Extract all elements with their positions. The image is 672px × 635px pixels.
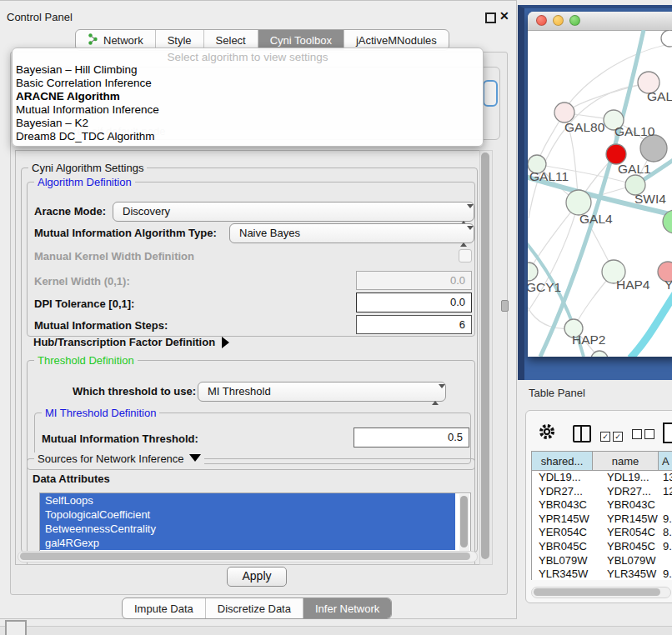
tab-impute-data-label: Impute Data — [134, 602, 193, 615]
threshold-definition-title: Threshold Definition — [34, 354, 138, 367]
combo-arrows-icon — [460, 228, 467, 246]
table-row[interactable]: YBR043CYBR043C — [532, 498, 672, 512]
data-attributes-list: SelfLoops TopologicalCoefficient Between… — [39, 492, 471, 559]
network-window-titlebar[interactable] — [528, 12, 672, 31]
select-all-icon[interactable]: ✓✓ — [600, 428, 625, 442]
splitter-handle[interactable] — [501, 300, 509, 312]
node-gray[interactable] — [640, 135, 667, 162]
tab-cyni-toolbox-label: Cyni Toolbox — [270, 34, 332, 47]
mi-threshold-field[interactable]: 0.5 — [354, 428, 469, 448]
hub-definition-expander[interactable]: Hub/Transcription Factor Definition — [33, 336, 229, 348]
mi-steps-field[interactable]: 6 — [356, 315, 472, 334]
mi-threshold-value: 0.5 — [448, 431, 463, 443]
apply-button[interactable]: Apply — [227, 567, 287, 587]
menu-item-selected[interactable]: ARACNE Algorithm — [13, 90, 483, 103]
dpi-tolerance-label: DPI Tolerance [0,1]: — [34, 298, 134, 310]
aracne-mode-value: Discovery — [123, 205, 170, 218]
node-label: GCY1 — [528, 280, 561, 294]
network-window: GAL GAL80 GAL10 GAL1 GAL11 SWI4 GAL4 GCY… — [528, 12, 672, 357]
close-icon[interactable]: ✕ — [499, 9, 509, 22]
network-view-frame: GAL GAL80 GAL10 GAL1 GAL11 SWI4 GAL4 GCY… — [518, 5, 672, 380]
table-rows: YDL19...YDL19...13 YDR27...YDR27...12 YB… — [531, 471, 672, 580]
settings-hscrollbar[interactable] — [18, 551, 478, 562]
kernel-width-field[interactable]: 0.0 — [356, 271, 472, 290]
table-row[interactable]: YDR27...YDR27...12 — [532, 485, 672, 499]
node-label: GAL4 — [579, 212, 613, 226]
manual-kernel-checkbox[interactable] — [459, 249, 472, 262]
settings-scrollpane: Cyni Algorithm Settings Algorithm Defini… — [15, 150, 480, 565]
menu-item[interactable]: Mutual Information Inference — [13, 103, 483, 117]
tab-select-label: Select — [216, 34, 246, 47]
minimize-traffic-light[interactable] — [553, 15, 564, 26]
table-row[interactable]: YER054CYER054C8. — [532, 526, 672, 540]
tab-discretize-data[interactable]: Discretize Data — [206, 598, 303, 618]
hub-definition-label: Hub/Transcription Factor Definition — [33, 336, 215, 348]
tab-discretize-data-label: Discretize Data — [218, 602, 291, 615]
menu-item[interactable]: Dream8 DC_TDC Algorithm — [13, 130, 483, 143]
deselect-all-icon[interactable] — [632, 428, 657, 442]
list-item[interactable]: TopologicalCoefficient — [40, 508, 455, 522]
column-header-name[interactable]: name — [593, 451, 659, 471]
tab-impute-data[interactable]: Impute Data — [123, 598, 206, 618]
network-canvas[interactable]: GAL GAL80 GAL10 GAL1 GAL11 SWI4 GAL4 GCY… — [528, 30, 672, 357]
zoom-traffic-light[interactable] — [569, 15, 580, 26]
mi-type-label: Mutual Information Algorithm Type: — [34, 227, 217, 239]
node-label: GAL — [647, 89, 672, 103]
settings-vscrollbar[interactable] — [479, 150, 493, 565]
node-label: HAP2 — [572, 332, 606, 347]
tab-infer-network[interactable]: Infer Network — [303, 598, 391, 618]
sources-title[interactable]: Sources for Network Inference — [34, 452, 204, 465]
which-threshold-combobox[interactable]: MI Threshold — [198, 382, 446, 402]
table-hscrollbar[interactable] — [531, 587, 671, 598]
node-label: GAL1 — [618, 162, 651, 176]
node-label: GAL11 — [529, 169, 569, 183]
network-labels: GAL GAL80 GAL10 GAL1 GAL11 SWI4 GAL4 GCY… — [528, 89, 672, 347]
node[interactable] — [661, 30, 672, 47]
bottom-tabbar: Impute Data Discretize Data Infer Networ… — [122, 598, 392, 619]
floating-panel-icon[interactable] — [5, 620, 27, 635]
table-panel: ✓✓ shared... name A YDL19...YDL19...13 Y… — [525, 410, 672, 603]
combo-arrows-icon — [460, 206, 467, 224]
node-gcy1[interactable] — [528, 262, 538, 281]
gear-icon[interactable] — [538, 422, 556, 444]
column-header-partial[interactable]: A — [659, 451, 672, 471]
show-columns-icon[interactable] — [573, 425, 591, 442]
list-item[interactable]: gal4RGexp — [40, 536, 455, 550]
cyni-algorithm-settings-title: Cyni Algorithm Settings — [28, 162, 147, 174]
mi-steps-label: Mutual Information Steps: — [34, 319, 168, 332]
column-header-label: name — [612, 455, 639, 468]
algorithm-definition-group: Algorithm Definition Aracne Mode: Discov… — [27, 182, 475, 337]
table-row[interactable]: YBL079WYBL079W — [532, 554, 672, 568]
expand-right-icon — [222, 337, 229, 348]
menu-item[interactable]: Basic Correlation Inference — [13, 77, 483, 90]
algorithm-definition-title: Algorithm Definition — [34, 176, 135, 188]
table-row[interactable]: YLR345WYLR345W9. — [532, 568, 672, 580]
table-row[interactable]: YPR145WYPR145W9. — [532, 512, 672, 527]
column-header-shared-name[interactable]: shared... — [531, 451, 593, 471]
which-threshold-label: Which threshold to use: — [73, 385, 196, 398]
list-item[interactable]: BetweennessCentrality — [40, 522, 455, 536]
footer-bar — [0, 626, 672, 635]
attributes-scrollbar[interactable] — [459, 494, 469, 558]
aracne-mode-combobox[interactable]: Discovery — [113, 202, 474, 222]
tab-network-label: Network — [103, 34, 143, 47]
app-root: Control Panel ✕ Network Style Select Cyn… — [0, 0, 672, 635]
float-panel-icon[interactable] — [485, 12, 496, 23]
export-table-icon[interactable] — [663, 422, 672, 443]
table-row[interactable]: YBR045CYBR045C9. — [532, 540, 672, 554]
close-traffic-light[interactable] — [536, 15, 547, 26]
list-item[interactable]: SelfLoops — [40, 493, 455, 508]
dpi-tolerance-value: 0.0 — [450, 296, 465, 308]
menu-item[interactable]: Bayesian – K2 — [13, 117, 483, 130]
table-row[interactable]: YDL19...YDL19...13 — [532, 471, 672, 485]
kernel-width-value: 0.0 — [450, 274, 465, 287]
mi-threshold-definition-title: MI Threshold Definition — [42, 407, 159, 419]
menu-item[interactable]: Bayesian – Hill Climbing — [13, 63, 483, 77]
mi-threshold-label: Mutual Information Threshold: — [42, 432, 198, 445]
mi-type-combobox[interactable]: Naive Bayes — [229, 223, 474, 243]
tab-infer-network-label: Infer Network — [315, 602, 379, 615]
dpi-tolerance-field[interactable]: 0.0 — [356, 292, 472, 312]
algorithm-popup: Select algorithm to view settings Bayesi… — [12, 48, 484, 147]
node-label: GAL10 — [614, 124, 655, 138]
sources-group: Sources for Network Inference Data Attri… — [27, 458, 475, 565]
